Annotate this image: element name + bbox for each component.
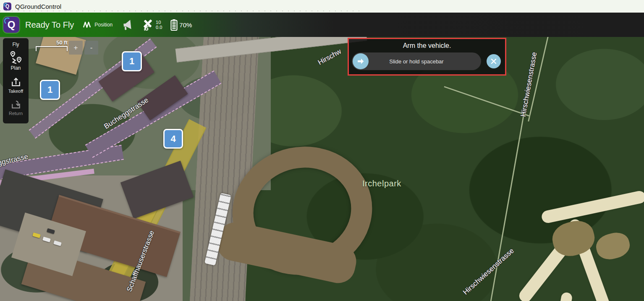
return-label: Return — [9, 111, 23, 116]
audio-announce-button[interactable] — [122, 19, 134, 31]
arm-dialog-title: Arm the vehicle. — [349, 42, 505, 50]
map-scale-bracket — [36, 46, 68, 51]
waveform-icon — [83, 21, 92, 29]
zoom-out-button[interactable]: - — [84, 41, 98, 55]
plan-label: Plan — [10, 65, 21, 71]
battery-indicator[interactable]: 70% — [170, 19, 192, 31]
arm-slider-row: Slide or hold spacebar — [349, 52, 505, 70]
position-label: Position — [94, 22, 113, 28]
window-title: QGroundControl — [15, 3, 61, 10]
takeoff-icon — [10, 76, 22, 89]
gps-indicator[interactable]: 10 0.0 — [141, 18, 162, 31]
waypoint-label: 1 — [129, 56, 134, 67]
map-scale-label: 50 ft — [36, 39, 68, 46]
gps-satellite-count: 10 — [156, 20, 162, 25]
arm-slider-hint: Slide or hold spacebar — [389, 58, 443, 65]
qgc-app-icon: Q — [3, 3, 11, 10]
map-scale: 50 ft — [36, 39, 68, 51]
sidebar-item-takeoff[interactable]: Takeoff — [8, 76, 23, 94]
park-label: Irchelpark — [362, 179, 401, 188]
zoom-in-button[interactable]: + — [69, 41, 83, 55]
minus-icon: - — [90, 44, 93, 52]
arrow-right-icon — [356, 57, 365, 66]
main-toolbar: Q Ready To Fly Position 10 0.0 — [0, 13, 644, 37]
sidebar-item-fly[interactable]: Fly — [13, 42, 19, 47]
sidebar-item-return[interactable]: Return — [9, 98, 23, 116]
plus-icon: + — [74, 44, 78, 52]
window-titlebar: Q QGroundControl — [0, 0, 644, 13]
arm-vehicle-dialog: Arm the vehicle. Slide or hold spacebar — [348, 38, 506, 76]
battery-percent: 70% — [179, 21, 192, 29]
takeoff-label: Takeoff — [8, 89, 23, 94]
battery-icon — [170, 19, 178, 31]
return-icon — [10, 98, 22, 111]
waypoint-marker-1b[interactable]: 1 — [40, 80, 60, 100]
arm-slider-track[interactable]: Slide or hold spacebar — [352, 52, 481, 70]
waypoint-marker-1[interactable]: 1 — [122, 51, 142, 71]
satellite-icon — [141, 18, 154, 31]
arm-dialog-close-button[interactable] — [487, 54, 501, 68]
fly-label: Fly — [13, 42, 19, 47]
map-canvas[interactable]: ↓ ↓ Bucheggstrasse ggstrasse Schaffhause… — [0, 37, 644, 301]
waypoint-marker-4[interactable]: 4 — [163, 129, 183, 149]
position-indicator[interactable]: Position — [83, 21, 113, 29]
waypoint-label: 1 — [47, 84, 52, 95]
close-icon — [490, 58, 497, 65]
qgc-menu-button[interactable]: Q — [3, 17, 19, 33]
waypoint-label: 4 — [170, 133, 175, 144]
gps-hdop-value: 0.0 — [156, 25, 162, 30]
flight-mode-sidebar: Fly Plan Takeoff Return — [3, 38, 29, 123]
arm-slide-handle[interactable] — [353, 53, 369, 69]
megaphone-icon — [121, 18, 135, 31]
sidebar-item-plan[interactable]: Plan — [8, 50, 24, 71]
plan-route-icon — [8, 50, 24, 65]
flight-status-button[interactable]: Ready To Fly — [25, 20, 74, 30]
